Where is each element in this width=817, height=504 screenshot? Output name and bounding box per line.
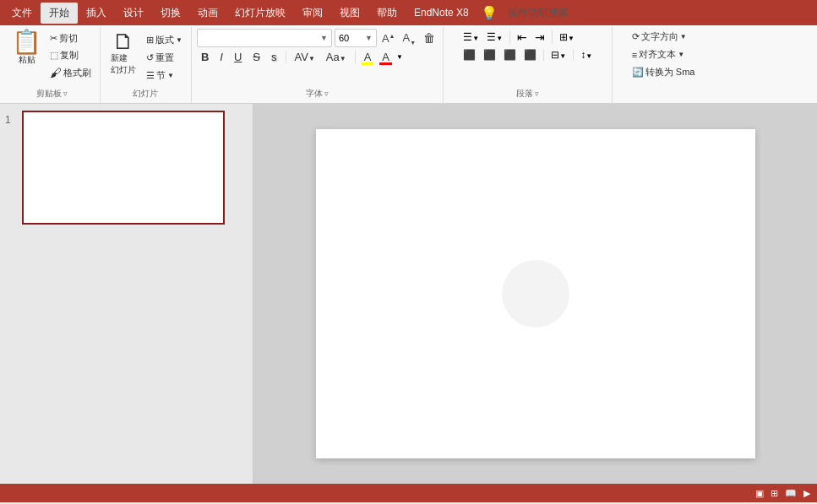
reset-button[interactable]: ↺ 重置 <box>143 50 186 66</box>
search-bar[interactable]: 操作说明搜索 <box>501 4 575 22</box>
paragraph-expand-icon[interactable]: ▿ <box>535 89 539 98</box>
section-icon: ☰ <box>146 70 155 81</box>
status-right: ▣ ⊞ 📖 ▶ <box>755 488 810 499</box>
paragraph-label-text: 段落 <box>516 88 533 100</box>
font-color-button[interactable]: A <box>378 49 394 65</box>
clipboard-small-buttons: ✂ 剪切 ⬚ 复制 🖌 格式刷 <box>46 30 95 81</box>
decrease-indent-button[interactable]: ⇤ <box>515 29 530 46</box>
new-slide-button[interactable]: 🗋 新建幻灯片 <box>106 29 141 78</box>
font-name-selector[interactable]: ▼ <box>197 29 332 47</box>
paste-button[interactable]: 📋 粘贴 <box>8 29 45 68</box>
para-div2 <box>552 30 553 44</box>
strikethrough-button[interactable]: S <box>248 49 264 65</box>
paragraph-row2: ⬛ ⬛ ⬛ ⬛ ⊟▼ ↕▼ <box>460 47 595 62</box>
font-size-arrow: ▼ <box>365 34 373 42</box>
copy-button[interactable]: ⬚ 复制 <box>46 47 95 63</box>
view-sorter-icon[interactable]: ⊞ <box>771 488 778 499</box>
columns-button[interactable]: ⊟▼ <box>548 47 569 62</box>
layout-button[interactable]: ⊞ 版式 ▼ <box>143 32 186 48</box>
menu-design[interactable]: 设计 <box>115 3 152 24</box>
char-spacing-button[interactable]: AV▼ <box>291 49 319 65</box>
canvas-area <box>253 104 817 484</box>
paragraph-controls: ☰▼ ☰▼ ⇤ ⇥ ⊞▼ ⬛ ⬛ ⬛ ⬛ ⊟▼ ↕▼ <box>460 29 595 86</box>
menu-file[interactable]: 文件 <box>3 3 41 24</box>
font-name-arrow: ▼ <box>320 34 328 42</box>
font-group: ▼ 60 ▼ A▲ A▼ 🗑 B I U S s <box>192 27 444 103</box>
font-size-selector[interactable]: 60 ▼ <box>335 29 377 47</box>
ribbon: 📋 粘贴 ✂ 剪切 ⬚ 复制 🖌 <box>0 25 817 104</box>
menu-transition[interactable]: 切换 <box>152 3 189 24</box>
increase-indent-button[interactable]: ⇥ <box>532 29 547 46</box>
clipboard-expand-icon[interactable]: ▿ <box>63 89 68 98</box>
copy-icon: ⬚ <box>50 50 58 61</box>
status-bar: ▣ ⊞ 📖 ▶ <box>0 484 817 502</box>
slide-canvas[interactable] <box>316 129 755 458</box>
paragraph-label: 段落 ▿ <box>516 88 539 101</box>
smart-art-convert-button[interactable]: ⊞▼ <box>557 30 577 45</box>
paste-label: 粘贴 <box>19 54 35 66</box>
section-arrow: ▼ <box>167 72 174 79</box>
font-color-arrow[interactable]: ▼ <box>396 53 403 61</box>
font-name-row: ▼ 60 ▼ A▲ A▼ 🗑 <box>197 29 438 47</box>
underline-button[interactable]: U <box>230 49 246 65</box>
align-text-label: 对齐文本 <box>639 48 676 61</box>
font-divider <box>286 51 286 63</box>
cut-button[interactable]: ✂ 剪切 <box>46 30 95 46</box>
format-painter-label: 格式刷 <box>63 67 91 79</box>
slide-thumbnail[interactable] <box>22 111 225 225</box>
menu-view[interactable]: 视图 <box>331 3 368 24</box>
text-direction-label: 文字方向 <box>641 30 678 43</box>
menu-review[interactable]: 审阅 <box>294 3 331 24</box>
bullets-button[interactable]: ☰▼ <box>460 30 482 45</box>
italic-button[interactable]: I <box>215 49 227 65</box>
justify-button[interactable]: ⬛ <box>521 47 539 62</box>
ribbon-content: 📋 粘贴 ✂ 剪切 ⬚ 复制 🖌 <box>3 27 814 103</box>
convert-smartart-button[interactable]: 🔄 转换为 Sma <box>629 64 699 80</box>
text-direction-group: ⟳ 文字方向 ▼ ≡ 对齐文本 ▼ 🔄 转换为 Sma <box>613 27 714 103</box>
menu-animation[interactable]: 动画 <box>189 3 226 24</box>
copy-label: 复制 <box>60 49 79 62</box>
lightbulb-icon[interactable]: 💡 <box>477 3 501 23</box>
numbering-button[interactable]: ☰▼ <box>484 30 505 45</box>
view-slideshow-icon[interactable]: ▶ <box>803 488 810 499</box>
menu-endnote[interactable]: EndNote X8 <box>406 3 477 22</box>
font-controls: ▼ 60 ▼ A▲ A▼ 🗑 B I U S s <box>197 29 438 86</box>
text-direction-button[interactable]: ⟳ 文字方向 ▼ <box>629 29 690 45</box>
font-expand-icon[interactable]: ▿ <box>324 89 329 98</box>
slide-controls: ⊞ 版式 ▼ ↺ 重置 ☰ 节 ▼ <box>143 32 186 84</box>
paste-icon: 📋 <box>12 30 41 54</box>
shadow-button[interactable]: s <box>267 49 281 65</box>
reset-icon: ↺ <box>146 52 154 63</box>
menu-help[interactable]: 帮助 <box>368 3 406 24</box>
align-center-button[interactable]: ⬛ <box>481 47 498 62</box>
line-spacing-button[interactable]: ↕▼ <box>578 47 595 62</box>
font-format-row: B I U S s AV▼ Aa▼ A A <box>197 49 403 65</box>
highlight-button[interactable]: A <box>360 49 376 65</box>
align-left-button[interactable]: ⬛ <box>460 47 478 62</box>
section-button[interactable]: ☰ 节 ▼ <box>143 68 186 84</box>
slides-label-text: 幻灯片 <box>133 88 158 100</box>
view-reading-icon[interactable]: 📖 <box>785 488 797 499</box>
align-right-button[interactable]: ⬛ <box>501 47 519 62</box>
bold-button[interactable]: B <box>197 49 213 65</box>
clear-format-button[interactable]: 🗑 <box>421 30 438 46</box>
clipboard-group: 📋 粘贴 ✂ 剪切 ⬚ 复制 🖌 <box>3 27 101 103</box>
align-text-button[interactable]: ≡ 对齐文本 ▼ <box>629 46 688 62</box>
case-button[interactable]: Aa▼ <box>322 49 351 65</box>
increase-font-button[interactable]: A▲ <box>379 31 398 46</box>
menu-slideshow[interactable]: 幻灯片放映 <box>226 3 294 24</box>
view-normal-icon[interactable]: ▣ <box>755 488 764 499</box>
cut-label: 剪切 <box>59 32 78 45</box>
new-slide-label: 新建幻灯片 <box>111 52 136 76</box>
paragraph-group: ☰▼ ☰▼ ⇤ ⇥ ⊞▼ ⬛ ⬛ ⬛ ⬛ ⊟▼ ↕▼ <box>444 27 613 103</box>
text-dir-controls: ⟳ 文字方向 ▼ ≡ 对齐文本 ▼ 🔄 转换为 Sma <box>629 29 699 101</box>
format-painter-button[interactable]: 🖌 格式刷 <box>46 64 95 81</box>
menu-start[interactable]: 开始 <box>41 3 78 24</box>
search-label: 操作说明搜索 <box>508 6 569 20</box>
decrease-font-button[interactable]: A▼ <box>400 30 419 46</box>
slide-panel: 1 <box>0 104 253 484</box>
menu-insert[interactable]: 插入 <box>78 3 115 24</box>
slides-buttons: 🗋 新建幻灯片 ⊞ 版式 ▼ ↺ 重置 ☰ 节 <box>106 29 186 86</box>
cut-icon: ✂ <box>50 33 57 44</box>
paragraph-row1: ☰▼ ☰▼ ⇤ ⇥ ⊞▼ <box>460 29 577 46</box>
